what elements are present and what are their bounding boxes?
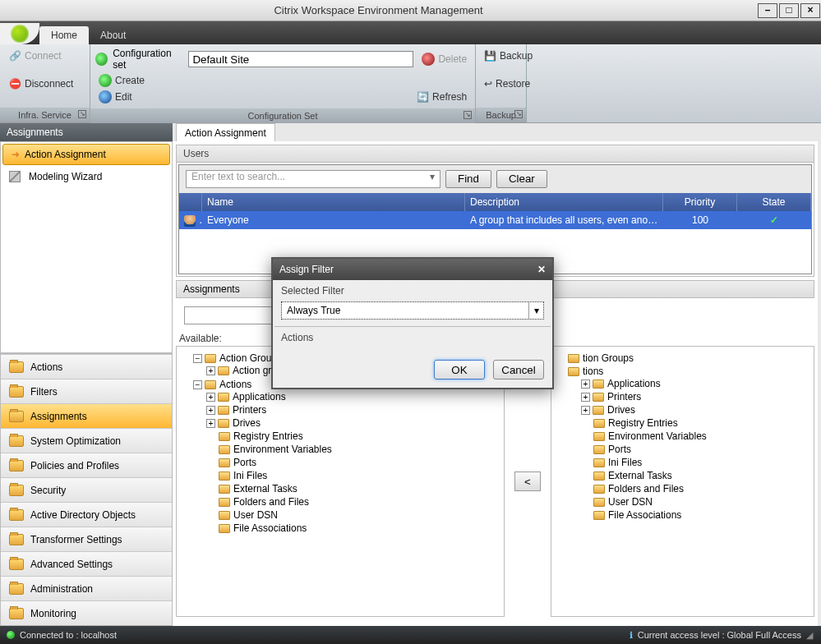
tree-item[interactable]: Registry Entries — [206, 430, 500, 443]
nav-assignments[interactable]: Assignments — [1, 403, 172, 428]
left-column: Assignments ➜ Action Assignment Modeling… — [0, 123, 173, 626]
tree-item[interactable]: +Printers — [206, 403, 500, 416]
tree-item[interactable]: −Actions +Applications+Printers+DrivesRe… — [193, 378, 500, 536]
tree-item[interactable]: User DSN — [581, 495, 810, 508]
tree-item[interactable]: +Applications — [206, 390, 500, 403]
users-grid-row[interactable]: Everyone A group that includes all users… — [179, 211, 811, 229]
status-connected-icon — [7, 631, 15, 639]
folder-icon — [9, 460, 24, 472]
backup-button[interactable]: 💾 Backup — [481, 48, 521, 64]
resize-grip-icon[interactable]: ◢ — [806, 630, 813, 641]
tree-item[interactable]: tions +Applications+Printers+DrivesRegis… — [568, 365, 810, 522]
nav-monitoring[interactable]: Monitoring — [1, 600, 172, 625]
chevron-down-icon[interactable]: ▾ — [528, 302, 543, 319]
selected-filter-input[interactable] — [282, 302, 528, 319]
tree-item[interactable]: +Drives — [206, 416, 500, 430]
clear-button[interactable]: Clear — [496, 170, 547, 188]
expand-icon[interactable]: + — [581, 380, 590, 389]
tree-item[interactable]: Ports — [206, 456, 500, 469]
expand-icon[interactable]: + — [206, 419, 215, 428]
folder-icon — [9, 411, 24, 422]
tree-item[interactable]: +Drives — [581, 403, 810, 416]
tree-item[interactable]: +Applications — [581, 377, 810, 390]
tree-item[interactable]: Folders and Files — [206, 495, 500, 508]
maximize-button[interactable]: □ — [779, 3, 799, 18]
tab-about[interactable]: About — [89, 26, 137, 44]
content-tab-action-assignment[interactable]: Action Assignment — [176, 123, 275, 141]
tree-item[interactable]: User DSN — [206, 508, 500, 522]
group-configuration-set: Configuration Set↘ — [90, 108, 475, 123]
tree-item[interactable]: tion Groups — [568, 352, 810, 365]
tree-item[interactable]: Ports — [581, 443, 810, 456]
window-title: Citrix Workspace Environment Management — [0, 4, 757, 16]
cancel-button[interactable]: Cancel — [493, 360, 544, 380]
dialog-title-bar[interactable]: Assign Filter ✕ — [273, 259, 552, 280]
config-set-combo[interactable] — [188, 51, 413, 67]
expand-icon[interactable]: + — [581, 406, 590, 415]
tree-item[interactable]: External Tasks — [581, 469, 810, 482]
expand-icon[interactable]: + — [206, 406, 215, 415]
nav-policies-profiles[interactable]: Policies and Profiles — [1, 453, 172, 477]
disconnect-icon: ⛔ — [8, 77, 21, 90]
assign-filter-dialog: Assign Filter ✕ Selected Filter ▾ Action… — [271, 257, 554, 389]
assignments-filter-input[interactable] — [184, 306, 283, 324]
delete-icon — [422, 53, 435, 66]
col-description[interactable]: Description — [465, 193, 663, 211]
minimize-button[interactable]: – — [758, 3, 777, 18]
col-state[interactable]: State — [737, 193, 811, 211]
collapse-icon[interactable]: − — [193, 354, 202, 363]
col-priority[interactable]: Priority — [663, 193, 737, 211]
dialog-launcher-icon[interactable]: ↘ — [464, 111, 472, 119]
subnav-modeling-wizard[interactable]: Modeling Wizard — [1, 167, 172, 186]
close-button[interactable]: × — [800, 3, 820, 18]
wizard-icon — [9, 171, 21, 182]
nav-security[interactable]: Security — [1, 477, 172, 502]
tree-item[interactable]: File Associations — [581, 508, 810, 522]
refresh-button[interactable]: 🔄 Refresh — [413, 89, 470, 105]
nav-actions[interactable]: Actions — [1, 354, 172, 379]
dialog-close-icon[interactable]: ✕ — [537, 259, 546, 280]
tree-item[interactable]: +Printers — [581, 390, 810, 403]
disconnect-button[interactable]: ⛔ Disconnect — [5, 76, 85, 92]
restore-button[interactable]: ↩ Restore — [481, 76, 521, 92]
nav-filters[interactable]: Filters — [1, 379, 172, 403]
edit-button[interactable]: Edit — [95, 89, 136, 105]
tab-home[interactable]: Home — [39, 26, 89, 44]
expand-icon[interactable]: + — [581, 393, 590, 402]
dialog-launcher-icon[interactable]: ↘ — [514, 110, 523, 118]
nav-administration[interactable]: Administration — [1, 576, 172, 600]
user-search-input[interactable]: Enter text to search...▾ — [186, 170, 440, 188]
tree-item[interactable]: Folders and Files — [581, 482, 810, 495]
tree-item[interactable]: Ini Files — [581, 456, 810, 469]
find-button[interactable]: Find — [445, 170, 491, 188]
unassign-button[interactable]: < — [514, 472, 541, 491]
tree-item[interactable]: External Tasks — [206, 482, 500, 495]
delete-button: Delete — [418, 51, 470, 67]
nav-transformer-settings[interactable]: Transformer Settings — [1, 527, 172, 551]
assignment-icon: ➜ — [12, 149, 20, 160]
assigned-tree[interactable]: tion Groups tions +Applications+Printers… — [551, 346, 814, 617]
nav-active-directory-objects[interactable]: Active Directory Objects — [1, 502, 172, 527]
subnav-action-assignment[interactable]: ➜ Action Assignment — [2, 144, 170, 165]
tree-item[interactable]: Ini Files — [206, 469, 500, 482]
ok-button[interactable]: OK — [434, 360, 485, 380]
col-name[interactable]: Name — [202, 193, 465, 211]
nav-advanced-settings[interactable]: Advanced Settings — [1, 551, 172, 576]
create-button[interactable]: Create — [95, 72, 470, 89]
row-description: A group that includes all users, even an… — [465, 211, 663, 229]
row-priority: 100 — [663, 211, 737, 229]
tree-item[interactable]: Environment Variables — [206, 443, 500, 456]
tree-item[interactable]: Registry Entries — [581, 416, 810, 430]
restore-icon: ↩ — [484, 77, 492, 90]
row-state: ✓ — [737, 211, 811, 229]
collapse-icon[interactable]: − — [193, 380, 202, 389]
dialog-launcher-icon[interactable]: ↘ — [78, 110, 86, 118]
selected-filter-combo[interactable]: ▾ — [281, 301, 544, 320]
tree-item[interactable]: Environment Variables — [581, 430, 810, 443]
status-bar: Connected to : localhost ℹ Current acces… — [0, 626, 821, 644]
expand-icon[interactable]: + — [206, 393, 215, 402]
expand-icon[interactable]: + — [206, 366, 215, 375]
dialog-title: Assign Filter — [279, 259, 334, 280]
nav-system-optimization[interactable]: System Optimization — [1, 428, 172, 453]
tree-item[interactable]: File Associations — [206, 522, 500, 535]
